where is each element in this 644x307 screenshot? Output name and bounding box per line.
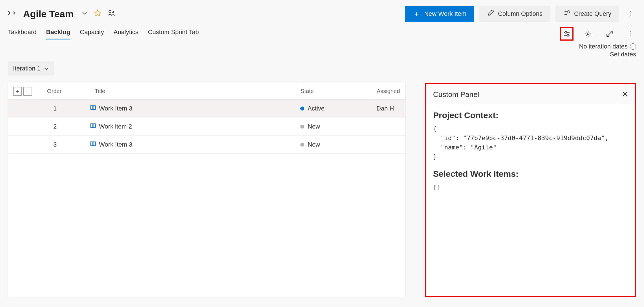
header-left: Agile Team	[8, 8, 115, 19]
grid-body: 1Work Item 3ActiveDan H2Work item 2New3W…	[8, 100, 405, 154]
state-dot-icon	[300, 125, 304, 129]
new-work-item-label: New Work Item	[424, 10, 466, 17]
expand-all-button[interactable]: ＋	[13, 87, 22, 96]
info-icon[interactable]: i	[630, 43, 636, 50]
project-context-heading: Project Context:	[433, 111, 628, 120]
selected-work-items-content: []	[433, 183, 628, 192]
table-row[interactable]: 1Work Item 3ActiveDan H	[8, 100, 405, 118]
header-right: ＋ New Work Item Column Options Create Qu…	[405, 6, 636, 22]
backlog-grid: ＋ − Order Title State Assigned 1Work Ite…	[8, 83, 405, 297]
state-label: New	[308, 141, 320, 148]
custom-panel-title: Custom Panel	[433, 90, 479, 99]
project-context-content: { "id": "77b7e9bc-37d0-4771-839c-919d9dd…	[433, 124, 628, 161]
state-dot-icon	[300, 107, 304, 111]
svg-point-0	[109, 10, 111, 13]
work-item-title: Work Item 3	[99, 105, 132, 112]
close-icon[interactable]	[622, 90, 628, 99]
state-dot-icon	[300, 143, 304, 147]
tab-taskboard[interactable]: Taskboard	[8, 28, 37, 39]
tab-analytics[interactable]: Analytics	[114, 28, 138, 39]
column-header-title[interactable]: Title	[90, 83, 296, 99]
iteration-label: Iteration 1	[13, 65, 41, 72]
cell-order: 1	[45, 105, 90, 112]
custom-panel: Custom Panel Project Context: { "id": "7…	[425, 83, 636, 297]
new-work-item-button[interactable]: ＋ New Work Item	[405, 6, 474, 22]
cell-assigned: Dan H	[372, 105, 405, 112]
people-icon[interactable]	[107, 10, 115, 18]
column-options-button[interactable]: Column Options	[479, 6, 550, 22]
custom-panel-body: Project Context: { "id": "77b7e9bc-37d0-…	[426, 104, 635, 206]
set-dates-link[interactable]: Set dates	[610, 51, 636, 58]
state-label: Active	[308, 105, 325, 112]
create-query-label: Create Query	[574, 10, 611, 17]
iteration-dates-row: No iteration dates i	[8, 43, 636, 50]
team-dropdown-chevron[interactable]	[81, 10, 88, 18]
tab-backlog[interactable]: Backlog	[46, 28, 70, 39]
work-item-icon	[90, 141, 96, 149]
cell-title[interactable]: Work Item 3	[90, 105, 296, 112]
column-header-state[interactable]: State	[296, 83, 372, 99]
state-label: New	[308, 123, 320, 130]
no-iteration-dates-label: No iteration dates	[579, 43, 628, 50]
page-root: Agile Team ＋ New Work Item Column Option…	[0, 0, 644, 297]
work-item-icon	[90, 123, 96, 131]
table-row[interactable]: 2Work item 2New	[8, 118, 405, 136]
svg-point-2	[568, 11, 570, 13]
table-row[interactable]: 3Work Item 3New	[8, 136, 405, 154]
filter-settings-icon[interactable]	[560, 27, 574, 41]
tabs-right-icons: ⋮	[560, 27, 636, 41]
cell-title[interactable]: Work item 2	[90, 123, 296, 131]
favorite-star-icon[interactable]	[94, 9, 101, 18]
svg-point-1	[112, 11, 114, 13]
work-item-icon	[90, 105, 96, 112]
tabs-row: TaskboardBacklogCapacityAnalyticsCustom …	[8, 27, 636, 41]
work-item-title: Work item 2	[99, 123, 132, 130]
svg-point-4	[567, 34, 569, 36]
tabs: TaskboardBacklogCapacityAnalyticsCustom …	[8, 28, 199, 39]
cell-order: 2	[45, 123, 90, 130]
work-item-title: Work Item 3	[99, 141, 132, 148]
cell-state: New	[296, 123, 372, 130]
settings-gear-icon[interactable]	[581, 27, 595, 41]
team-title: Agile Team	[23, 8, 74, 19]
fullscreen-icon[interactable]	[603, 27, 616, 41]
column-header-assigned[interactable]: Assigned	[372, 83, 405, 99]
iteration-bar: Iteration 1	[8, 61, 636, 76]
header-overflow-menu[interactable]: ⋮	[624, 8, 636, 20]
content-row: ＋ − Order Title State Assigned 1Work Ite…	[8, 83, 636, 297]
chevron-down-icon	[43, 66, 49, 71]
grid-header: ＋ − Order Title State Assigned	[8, 83, 405, 100]
set-dates-row: Set dates	[8, 51, 636, 58]
cell-title[interactable]: Work Item 3	[90, 141, 296, 149]
plus-icon: ＋	[413, 9, 420, 19]
custom-panel-header: Custom Panel	[426, 84, 635, 104]
header-row: Agile Team ＋ New Work Item Column Option…	[8, 6, 636, 22]
wrench-icon	[487, 10, 494, 18]
svg-point-5	[587, 33, 589, 35]
cell-state: New	[296, 141, 372, 148]
cell-state: Active	[296, 105, 372, 112]
query-icon	[563, 10, 570, 18]
collapse-all-button[interactable]: −	[23, 87, 32, 96]
tab-custom-sprint-tab[interactable]: Custom Sprint Tab	[148, 28, 199, 39]
svg-point-3	[565, 31, 567, 33]
create-query-button[interactable]: Create Query	[555, 6, 619, 22]
iteration-selector[interactable]: Iteration 1	[8, 61, 54, 76]
grid-expand-collapse: ＋ −	[8, 87, 45, 96]
tabs-overflow-menu[interactable]: ⋮	[624, 28, 636, 40]
column-header-order[interactable]: Order	[45, 88, 90, 94]
cell-order: 3	[45, 141, 90, 148]
loop-icon	[8, 10, 17, 18]
tab-capacity[interactable]: Capacity	[80, 28, 104, 39]
column-options-label: Column Options	[498, 10, 542, 17]
selected-work-items-heading: Selected Work Items:	[433, 169, 628, 179]
